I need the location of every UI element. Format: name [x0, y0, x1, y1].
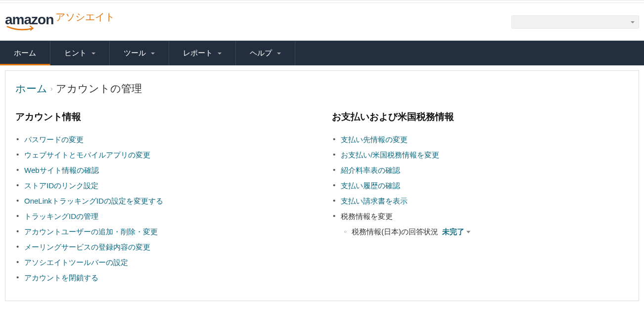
account-info-list: パスワードの変更ウェブサイトとモバイルアプリの変更Webサイト情報の確認ストアI… [15, 132, 312, 286]
payment-link-2[interactable]: 紹介料率表の確認 [341, 166, 400, 174]
content-panel: ホーム › アカウントの管理 アカウント情報 パスワードの変更ウェブサイトとモバ… [5, 70, 639, 301]
nav-item-label: ヒント [64, 49, 87, 58]
account-link-8[interactable]: アソシエイトツールバーの設定 [24, 258, 128, 266]
account-dropdown[interactable] [511, 15, 639, 29]
account-link-1[interactable]: ウェブサイトとモバイルアプリの変更 [24, 151, 150, 159]
nav-item-4[interactable]: ヘルプ [236, 41, 295, 65]
list-item: アカウントを閉鎖する [15, 270, 312, 286]
list-item: ストアIDのリンク設定 [15, 178, 312, 194]
nav-item-label: レポート [183, 49, 213, 58]
account-link-9[interactable]: アカウントを閉鎖する [24, 273, 98, 282]
list-item: 紹介料率表の確認 [332, 163, 629, 178]
payment-info-list: 支払い先情報の変更お支払い/米国税務情報を変更紹介料率表の確認支払い履歴の確認支… [332, 132, 629, 243]
payment-info-heading: お支払いおよび米国税務情報 [332, 110, 629, 123]
tax-jp-status-item[interactable]: 税務情報(日本)の回答状況未完了 [341, 224, 629, 240]
list-item: 支払い請求書を表示 [332, 194, 629, 209]
nav-item-3[interactable]: レポート [169, 41, 236, 65]
list-item: アソシエイトツールバーの設定 [15, 255, 312, 270]
chevron-down-icon [92, 53, 95, 54]
tax-sub-list: 税務情報(日本)の回答状況未完了 [341, 224, 629, 240]
account-info-heading: アカウント情報 [15, 110, 312, 123]
list-item: 支払い先情報の変更 [332, 132, 629, 148]
chevron-down-icon [151, 53, 155, 54]
list-item: メーリングサービスの登録内容の変更 [15, 240, 312, 255]
account-link-5[interactable]: トラッキングIDの管理 [24, 212, 98, 220]
logo-suffix: アソシエイト [55, 10, 115, 24]
list-item: アカウントユーザーの追加・削除・変更 [15, 224, 312, 240]
nav-item-0[interactable]: ホーム [0, 41, 50, 65]
list-item: パスワードの変更 [15, 132, 312, 148]
list-item: 支払い履歴の確認 [332, 178, 629, 194]
account-link-6[interactable]: アカウントユーザーの追加・削除・変更 [24, 227, 158, 236]
tax-change-item: 税務情報を変更税務情報(日本)の回答状況未完了 [332, 209, 629, 243]
payment-link-1[interactable]: お支払い/米国税務情報を変更 [341, 151, 439, 159]
chevron-right-icon: › [50, 85, 53, 93]
tax-jp-status: 未完了 [442, 227, 464, 236]
payment-info-column: お支払いおよび米国税務情報 支払い先情報の変更お支払い/米国税務情報を変更紹介料… [332, 110, 629, 286]
list-item: Webサイト情報の確認 [15, 163, 312, 178]
logo-text: amazon [5, 12, 53, 27]
chevron-down-icon [218, 53, 222, 54]
header: amazon アソシエイト [0, 3, 644, 41]
chevron-down-icon [466, 231, 470, 233]
nav-item-1[interactable]: ヒント [50, 41, 110, 65]
nav-item-label: ヘルプ [250, 49, 272, 58]
nav-item-label: ホーム [14, 49, 36, 58]
list-item: ウェブサイトとモバイルアプリの変更 [15, 148, 312, 163]
account-info-column: アカウント情報 パスワードの変更ウェブサイトとモバイルアプリの変更Webサイト情… [15, 110, 312, 286]
navbar: ホームヒントツールレポートヘルプ [0, 41, 644, 65]
nav-item-label: ツール [124, 49, 146, 58]
account-link-0[interactable]: パスワードの変更 [24, 135, 84, 144]
account-link-3[interactable]: ストアIDのリンク設定 [24, 181, 98, 190]
list-item: OneLinkトラッキングIDの設定を変更する [15, 194, 312, 209]
account-link-7[interactable]: メーリングサービスの登録内容の変更 [24, 243, 150, 251]
account-link-2[interactable]: Webサイト情報の確認 [24, 166, 99, 174]
logo[interactable]: amazon アソシエイト [5, 12, 115, 32]
account-link-4[interactable]: OneLinkトラッキングIDの設定を変更する [24, 197, 163, 205]
list-item: トラッキングIDの管理 [15, 209, 312, 224]
list-item: お支払い/米国税務情報を変更 [332, 148, 629, 163]
breadcrumb-current: アカウントの管理 [56, 82, 142, 96]
tax-jp-label: 税務情報(日本)の回答状況 [352, 227, 438, 236]
nav-item-2[interactable]: ツール [110, 41, 169, 65]
breadcrumb: ホーム › アカウントの管理 [15, 82, 629, 96]
payment-link-3[interactable]: 支払い履歴の確認 [341, 181, 400, 190]
payment-link-4[interactable]: 支払い請求書を表示 [341, 197, 408, 205]
payment-link-0[interactable]: 支払い先情報の変更 [341, 135, 408, 144]
breadcrumb-home-link[interactable]: ホーム [15, 82, 47, 96]
chevron-down-icon [277, 53, 281, 54]
